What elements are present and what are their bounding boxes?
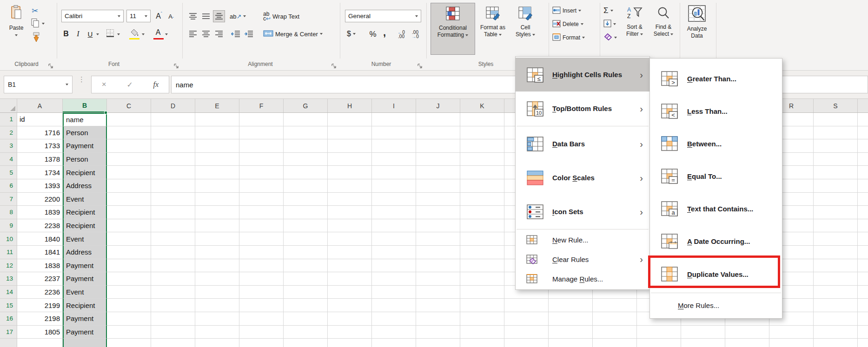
row-header-6[interactable]: 6	[0, 179, 17, 193]
cell-H17[interactable]	[328, 326, 372, 339]
cell-K15[interactable]	[460, 299, 504, 312]
bold-button[interactable]: B	[61, 28, 71, 40]
cell-T13[interactable]	[858, 272, 868, 286]
top-align-button[interactable]	[187, 10, 199, 22]
cell-A3[interactable]: 1733	[17, 139, 63, 153]
cell-C16[interactable]	[107, 312, 151, 326]
cell-B12[interactable]: Payment	[63, 259, 107, 273]
cell-T10[interactable]	[858, 232, 868, 246]
font-color-button[interactable]: A	[153, 27, 163, 38]
column-header-S[interactable]: S	[814, 99, 858, 112]
enter-icon[interactable]: ✓	[126, 80, 133, 89]
cell-T4[interactable]	[858, 153, 868, 166]
cell-B9[interactable]: Recipient	[63, 219, 107, 233]
cell-D16[interactable]	[151, 312, 195, 326]
row-header-1[interactable]: 1	[0, 113, 17, 126]
cell-H12[interactable]	[328, 259, 372, 273]
cell-E2[interactable]	[195, 126, 239, 140]
cell-B16[interactable]: Payment	[63, 312, 107, 326]
underline-dropdown-icon[interactable]	[96, 33, 99, 35]
cell-J5[interactable]	[416, 166, 460, 179]
cell-H9[interactable]	[328, 219, 372, 233]
cell-F5[interactable]	[239, 166, 284, 179]
cell-T9[interactable]	[858, 219, 868, 233]
cancel-icon[interactable]: ×	[102, 80, 106, 89]
cell-E15[interactable]	[195, 299, 239, 312]
cell-K13[interactable]	[460, 272, 504, 286]
cell-D10[interactable]	[151, 232, 195, 246]
cell-H5[interactable]	[328, 166, 372, 179]
cell-G6[interactable]	[284, 179, 328, 193]
menu-item-top-bottom-rules[interactable]: 10Top/Bottom Rules›	[516, 92, 649, 125]
cell-A5[interactable]: 1734	[17, 166, 63, 179]
cell-E12[interactable]	[195, 259, 239, 273]
submenu-item-less-than[interactable]: <Less Than...	[650, 95, 782, 127]
fill-color-dropdown-icon[interactable]	[142, 33, 145, 35]
conditional-formatting-button[interactable]: ConditionalFormatting	[431, 3, 475, 55]
cell-S10[interactable]	[814, 232, 858, 246]
cell-I15[interactable]	[372, 299, 416, 312]
cell-B1[interactable]: name	[63, 113, 107, 126]
cell-H4[interactable]	[328, 153, 372, 166]
formula-bar-splitter[interactable]: ⋮	[78, 77, 85, 82]
cell-K1[interactable]	[460, 113, 504, 126]
cell-S14[interactable]	[814, 286, 858, 299]
cell-H3[interactable]	[328, 139, 372, 153]
cell-Ix[interactable]	[372, 339, 416, 347]
row-header-16[interactable]: 16	[0, 312, 17, 326]
column-header-K[interactable]: K	[460, 99, 504, 112]
cell-A12[interactable]: 1838	[17, 259, 63, 273]
comma-style-button[interactable]: ,	[380, 27, 389, 38]
cell-I9[interactable]	[372, 219, 416, 233]
submenu-item-text-that-contains[interactable]: aText that Contains...	[650, 192, 782, 225]
cell-M15[interactable]	[549, 299, 593, 312]
cell-F3[interactable]	[239, 139, 284, 153]
decrease-decimal-button[interactable]: .00→0	[409, 29, 421, 40]
cell-I6[interactable]	[372, 179, 416, 193]
cell-D6[interactable]	[151, 179, 195, 193]
cell-B8[interactable]: Recipient	[63, 206, 107, 219]
cell-A15[interactable]: 2199	[17, 299, 63, 312]
column-header-A[interactable]: A	[17, 99, 63, 112]
cell-D14[interactable]	[151, 286, 195, 299]
menu-item-manage-rules[interactable]: Manage Rules...	[516, 269, 649, 288]
cell-T5[interactable]	[858, 166, 868, 179]
cell-I4[interactable]	[372, 153, 416, 166]
cell-Rx[interactable]	[769, 339, 814, 347]
column-header-E[interactable]: E	[195, 99, 239, 112]
cell-E6[interactable]	[195, 179, 239, 193]
cell-K11[interactable]	[460, 246, 504, 259]
cell-L15[interactable]	[504, 299, 549, 312]
cell-C7[interactable]	[107, 193, 151, 206]
cell-C6[interactable]	[107, 179, 151, 193]
bottom-align-button[interactable]	[213, 10, 225, 22]
cell-S15[interactable]	[814, 299, 858, 312]
cell-A11[interactable]: 1841	[17, 246, 63, 259]
borders-dropdown-icon[interactable]	[117, 33, 120, 35]
cell-B3[interactable]: Payment	[63, 139, 107, 153]
cell-J15[interactable]	[416, 299, 460, 312]
cell-B10[interactable]: Event	[63, 232, 107, 246]
cell-F1[interactable]	[239, 113, 284, 126]
cell-T6[interactable]	[858, 179, 868, 193]
cell-D5[interactable]	[151, 166, 195, 179]
cell-H15[interactable]	[328, 299, 372, 312]
cell-Px[interactable]	[681, 339, 725, 347]
borders-button[interactable]	[106, 29, 114, 37]
cell-E8[interactable]	[195, 206, 239, 219]
row-header-15[interactable]: 15	[0, 299, 17, 312]
cell-K2[interactable]	[460, 126, 504, 140]
cell-T7[interactable]	[858, 193, 868, 206]
cell-F11[interactable]	[239, 246, 284, 259]
cell-Qx[interactable]	[725, 339, 769, 347]
copy-button[interactable]	[31, 19, 45, 29]
name-box-dropdown-icon[interactable]	[66, 84, 68, 85]
cell-C9[interactable]	[107, 219, 151, 233]
cell-C12[interactable]	[107, 259, 151, 273]
cell-F8[interactable]	[239, 206, 284, 219]
cell-G14[interactable]	[284, 286, 328, 299]
font-dialog-launcher[interactable]	[174, 62, 179, 68]
select-all-corner[interactable]	[0, 99, 17, 112]
menu-item-color-scales[interactable]: Color Scales›	[516, 161, 649, 195]
cell-A13[interactable]: 2237	[17, 272, 63, 286]
